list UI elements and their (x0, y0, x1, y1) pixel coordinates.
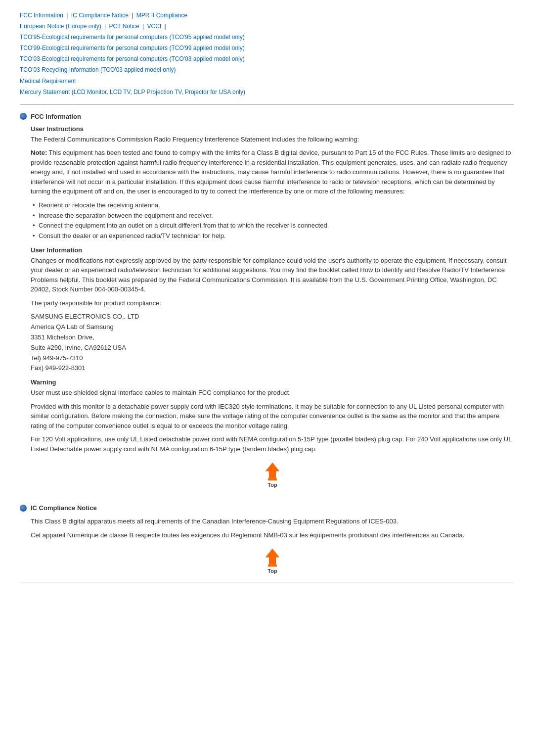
warning-text1: User must use shielded signal interface … (31, 388, 514, 398)
top-divider (20, 104, 514, 105)
user-info-text: Changes or modifications not expressly a… (31, 256, 514, 294)
svg-marker-2 (266, 549, 279, 565)
list-item: Reorient or relocate the receiving anten… (31, 200, 514, 211)
nav-link-mercury[interactable]: Mercury Statement (LCD Monitor, LCD TV, … (20, 88, 245, 95)
nav-link-fcc[interactable]: FCC Information (20, 11, 63, 19)
top-arrow-icon-2 (263, 548, 282, 567)
svg-marker-0 (266, 463, 279, 478)
nav-link-pct[interactable]: PCT Notice (109, 22, 139, 30)
warning-heading: Warning (31, 378, 514, 386)
fcc-top-button[interactable]: Top (263, 462, 282, 488)
user-info-heading: User Information (31, 246, 514, 254)
nav-link-tco03[interactable]: TCO'03-Ecological requirements for perso… (20, 55, 245, 62)
ic-section-header: IC Compliance Notice (20, 504, 514, 512)
nav-link-ic[interactable]: IC Compliance Notice (71, 11, 129, 19)
nav-link-medical[interactable]: Medical Requirement (20, 77, 76, 85)
ic-content: This Class B digital apparatus meets all… (31, 517, 514, 574)
list-item: Increase the separation between the equi… (31, 211, 514, 221)
fcc-content: User Instructions The Federal Communicat… (31, 125, 514, 488)
ic-section: IC Compliance Notice This Class B digita… (20, 504, 514, 574)
ic-text2: Cet appareil Numérique de classe B respe… (31, 530, 514, 540)
warning-text2: Provided with this monitor is a detachab… (31, 402, 514, 431)
svg-rect-1 (268, 478, 277, 480)
nav-link-eu[interactable]: European Notice (Europe only) (20, 22, 101, 30)
fcc-top-button-container: Top (31, 462, 514, 488)
fcc-section-header: FCC Information (20, 113, 514, 120)
party-intro: The party responsible for product compli… (31, 298, 514, 308)
nav-link-tco99[interactable]: TCO'99-Ecological requirements for perso… (20, 44, 245, 51)
address-line: 3351 Michelson Drive, (31, 332, 514, 343)
address-block: SAMSUNG ELECTRONICS CO., LTD America QA … (31, 312, 514, 374)
fcc-bullet-list: Reorient or relocate the receiving anten… (31, 200, 514, 241)
address-line: Tel) 949-975-7310 (31, 353, 514, 364)
note-bold: Note: (31, 149, 47, 156)
top-label: Top (267, 482, 277, 488)
ic-top-button-container: Top (31, 548, 514, 574)
fcc-section: FCC Information User Instructions The Fe… (20, 113, 514, 488)
nav-link-mpr[interactable]: MPR II Compliance (136, 11, 187, 19)
nav-link-tco95[interactable]: TCO'95-Ecological requirements for perso… (20, 33, 245, 41)
list-item: Connect the equipment into an outlet on … (31, 221, 514, 231)
user-instructions-heading: User Instructions (31, 125, 514, 133)
address-line: Fax) 949-922-8301 (31, 363, 514, 374)
note-text: This equipment has been tested and found… (31, 149, 511, 195)
ic-dot-icon (20, 505, 27, 512)
address-line: Suite #290, Irvine, CA92612 USA (31, 343, 514, 353)
nav-link-vcci[interactable]: VCCI (147, 22, 162, 30)
fcc-section-title: FCC Information (31, 113, 81, 120)
user-instructions-intro: The Federal Communications Commission Ra… (31, 135, 514, 144)
list-item: Consult the dealer or an experienced rad… (31, 231, 514, 241)
fcc-note-paragraph: Note: This equipment has been tested and… (31, 148, 514, 196)
address-line: SAMSUNG ELECTRONICS CO., LTD (31, 312, 514, 322)
ic-section-title: IC Compliance Notice (31, 504, 97, 512)
fcc-bottom-divider (20, 496, 514, 496)
ic-top-button[interactable]: Top (263, 548, 282, 574)
warning-text3: For 120 Volt applications, use only UL L… (31, 434, 514, 454)
ic-bottom-divider (20, 582, 514, 582)
fcc-dot-icon (20, 113, 27, 120)
ic-text1: This Class B digital apparatus meets all… (31, 517, 514, 526)
nav-link-tco03r[interactable]: TCO'03 Recycling Information (TCO'03 app… (20, 66, 176, 73)
svg-rect-3 (268, 565, 277, 567)
top-label-2: Top (267, 568, 277, 574)
navigation-links: FCC Information | IC Compliance Notice |… (20, 10, 514, 97)
address-line: America QA Lab of Samsung (31, 322, 514, 332)
top-arrow-icon (263, 462, 282, 481)
